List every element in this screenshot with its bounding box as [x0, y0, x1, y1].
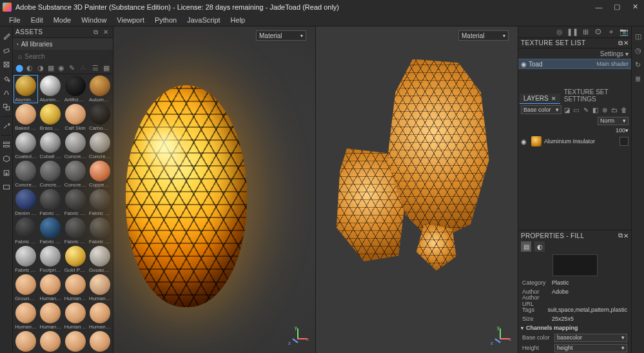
material-cell[interactable]: Human Fe...	[88, 303, 112, 330]
layer-mask-slot[interactable]	[620, 137, 629, 146]
material-cell[interactable]: Human Fa...	[64, 303, 87, 330]
material-cell[interactable]: Fabric Knit...	[14, 217, 37, 245]
material-cell[interactable]: Human He...	[64, 331, 87, 353]
search-input[interactable]	[24, 53, 110, 60]
log-icon[interactable]: ↻	[632, 59, 644, 70]
view-grid-icon[interactable]: ▦	[102, 64, 110, 73]
tab-layers[interactable]: LAYERS✕	[520, 94, 560, 104]
material-cell[interactable]: Fabric Den...	[88, 189, 112, 216]
map-height-dropdown[interactable]: height▾	[554, 344, 627, 352]
maximize-button[interactable]: ▢	[608, 0, 626, 14]
assets-undock-icon[interactable]: ⧉	[91, 28, 100, 37]
material-cell[interactable]: Carbon Fiber	[88, 104, 112, 131]
assets-shelf-icon[interactable]	[1, 139, 12, 150]
material-cell[interactable]: Fabric Suit ...	[14, 246, 37, 273]
clock-icon[interactable]: ◷	[632, 45, 644, 56]
picker-tool-icon[interactable]	[1, 120, 12, 132]
material-cell[interactable]: Aluminium...	[39, 76, 62, 103]
props-close-icon[interactable]: ✕	[623, 232, 629, 239]
delete-layer-icon[interactable]: 🗑	[620, 105, 629, 114]
material-cell[interactable]: Cobalt Pure	[39, 132, 62, 159]
layer-visibility-icon[interactable]: ◉	[521, 138, 529, 145]
library-dropdown[interactable]: › All libraries	[13, 38, 113, 50]
props-undock-icon[interactable]: ⧉	[618, 232, 623, 239]
add-layer-icon[interactable]: ▭	[572, 105, 581, 114]
material-cell[interactable]: Fabric Rou...	[39, 217, 62, 245]
menu-python[interactable]: Python	[150, 15, 182, 25]
material-cell[interactable]: Gold Pure	[64, 246, 87, 273]
menu-help[interactable]: Help	[226, 15, 251, 25]
viewport-2d[interactable]: Material ▾ yxz	[316, 26, 518, 353]
ts-settings-dropdown[interactable]: Settings ▾	[600, 50, 629, 57]
add-smart-mask-icon[interactable]: ⊕	[601, 105, 610, 114]
home-icon[interactable]: ◫	[632, 30, 644, 42]
filter-alphas-icon[interactable]: ◉	[57, 64, 65, 73]
tab-close-icon[interactable]: ✕	[551, 96, 556, 102]
display-settings-icon[interactable]: ⵙ	[594, 28, 603, 37]
channel-dropdown[interactable]: Base color▾	[521, 105, 561, 114]
material-cell[interactable]: Human Fe...	[14, 331, 37, 353]
material-cell[interactable]: Baked Lig...	[14, 104, 37, 131]
material-cell[interactable]: Calf Skin	[64, 104, 87, 131]
display-icon[interactable]	[1, 181, 12, 193]
layer-name[interactable]: Aluminium Insulator	[544, 138, 618, 145]
material-cell[interactable]: Human Ba...	[39, 274, 62, 301]
material-cell[interactable]: Concrete C...	[88, 132, 112, 159]
viewport-3d[interactable]: Material ▾ yxz	[113, 26, 316, 353]
channels-mapping-section[interactable]: ▾Channels mapping	[518, 323, 631, 332]
eraser-tool-icon[interactable]	[1, 45, 12, 56]
add-fill-layer-icon[interactable]: ◪	[562, 105, 571, 114]
filter-textures-icon[interactable]: ▦	[47, 64, 55, 73]
material-cell[interactable]: Human He...	[39, 331, 62, 353]
menu-javascript[interactable]: JavaScript	[182, 15, 225, 25]
render-icon[interactable]: ◎	[555, 28, 564, 37]
ts-close-icon[interactable]: ✕	[623, 39, 629, 46]
material-cell[interactable]: Footprints	[39, 246, 62, 273]
camera-icon[interactable]: 📷	[620, 28, 629, 37]
material-cell[interactable]: Concrete ...	[14, 161, 37, 188]
filter-smart-icon[interactable]: ◑	[37, 64, 44, 73]
material-cell[interactable]: Concrete B...	[64, 132, 87, 159]
map-basecolor-dropdown[interactable]: basecolor▾	[554, 334, 627, 342]
material-cell[interactable]: Human Ey...	[39, 303, 62, 330]
material-cell[interactable]: Coated Me...	[14, 132, 37, 159]
filter-particles-icon[interactable]: ∴	[79, 64, 86, 73]
clone-tool-icon[interactable]	[1, 101, 12, 113]
material-cell[interactable]: Concrete S...	[39, 161, 62, 188]
add-folder-icon[interactable]: 🗀	[610, 105, 619, 114]
props-tab-material-icon[interactable]: ◐	[534, 241, 545, 252]
brush-tool-icon[interactable]	[1, 30, 12, 42]
substance-icon[interactable]	[1, 153, 12, 165]
camera-reset-icon[interactable]: ⌖	[607, 28, 616, 37]
material-cell[interactable]: Autumn L...	[88, 76, 112, 103]
menu-mode[interactable]: Mode	[48, 15, 77, 25]
material-cell[interactable]: Denim Rivet	[14, 189, 37, 216]
menu-file[interactable]: File	[4, 15, 26, 25]
material-cell[interactable]: Human He...	[88, 331, 112, 353]
close-button[interactable]: ✕	[626, 0, 644, 14]
material-cell[interactable]: Human Ba...	[64, 274, 87, 301]
material-cell[interactable]: Copper Pure	[88, 161, 112, 188]
material-cell[interactable]: Gouache ...	[88, 246, 112, 273]
material-cell[interactable]: Ground Gr...	[14, 274, 37, 301]
add-effect-icon[interactable]: ✎	[581, 105, 590, 114]
filter-brushes-icon[interactable]: ✎	[68, 64, 76, 73]
menu-viewport[interactable]: Viewport	[112, 15, 150, 25]
viewport-2d-dropdown[interactable]: Material ▾	[458, 30, 509, 41]
material-cell[interactable]: Brass Pure	[39, 104, 62, 131]
pause-icon[interactable]: ❚❚	[568, 28, 577, 37]
viewport-3d-dropdown[interactable]: Material ▾	[256, 30, 306, 41]
ts-undock-icon[interactable]: ⧉	[618, 39, 623, 47]
visibility-icon[interactable]: ◉	[521, 61, 529, 68]
material-cell[interactable]: Fabric Ba...	[64, 189, 87, 216]
texture-set-row[interactable]: ◉ Toad Main shader	[518, 59, 631, 69]
material-cell[interactable]: Aluminium...	[14, 76, 37, 103]
material-cell[interactable]: Fabric Soft...	[88, 217, 112, 245]
menu-window[interactable]: Window	[76, 15, 112, 25]
perspective-icon[interactable]: ⊞	[581, 28, 590, 37]
export-icon[interactable]	[1, 167, 12, 179]
smudge-tool-icon[interactable]	[1, 87, 12, 99]
material-cell[interactable]: Human Ch...	[14, 303, 37, 330]
material-cell[interactable]: Artificial La...	[64, 76, 87, 103]
props-tab-fill-icon[interactable]: ▤	[521, 241, 531, 252]
